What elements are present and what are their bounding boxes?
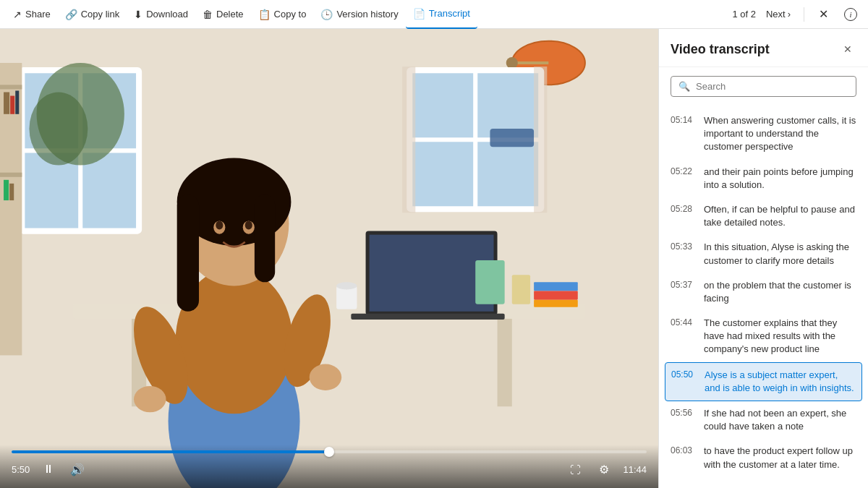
video-area[interactable]: 5:50 ⏸ 🔊 ⛶ ⚙ 11:44 [0,29,658,488]
copy-link-icon: 🔗 [65,9,77,20]
svg-rect-23 [370,235,494,312]
copy-to-label: Copy to [274,9,307,20]
svg-point-40 [336,282,357,289]
transcript-item[interactable]: 05:28Often, if can be helpful to pause a… [659,197,868,235]
svg-rect-24 [351,314,504,320]
svg-rect-50 [490,129,534,147]
svg-rect-6 [0,85,22,89]
fullscreen-button[interactable]: ⛶ [565,459,585,479]
transcript-item-time: 05:37 [671,279,697,305]
copy-to-button[interactable]: 📋 Copy to [251,0,314,29]
download-button[interactable]: ⬇ Download [127,0,195,29]
info-icon: i [844,8,857,21]
pause-icon: ⏸ [43,463,54,476]
close-icon: ✕ [819,7,828,21]
transcript-icon: 📄 [413,8,425,20]
pause-button[interactable]: ⏸ [38,459,59,479]
next-label: Next [766,9,786,20]
total-time: 11:44 [623,464,647,475]
video-controls: 5:50 ⏸ 🔊 ⛶ ⚙ 11:44 [0,445,658,488]
toolbar: ↗ Share 🔗 Copy link ⬇ Download 🗑 Delete … [0,0,868,29]
copy-link-label: Copy link [81,9,119,20]
transcript-close-icon: ✕ [843,43,852,55]
transcript-item[interactable]: 05:44The customer explains that they hav… [659,311,868,362]
transcript-item-time: 06:03 [671,445,697,471]
transcript-item-text: In this situation, Alyse is asking the c… [704,241,856,267]
transcript-search-bar[interactable]: 🔍 [671,76,856,97]
download-icon: ⬇ [134,9,142,20]
video-scene [0,29,658,488]
svg-point-14 [29,92,88,165]
transcript-item-text: and their pain points before jumping int… [704,166,856,192]
transcript-item-text: When answering customer calls, it is imp… [704,114,856,154]
transcript-close-button[interactable]: ✕ [839,40,856,58]
transcript-item[interactable]: 06:03to have the product expert follow u… [659,439,868,476]
svg-rect-43 [534,282,578,291]
settings-icon: ⚙ [599,463,609,476]
transcript-item[interactable]: 05:33In this situation, Alyse is asking … [659,235,868,273]
toolbar-right: 1 of 2 Next › ✕ i [732,3,862,26]
svg-rect-21 [498,319,512,406]
delete-icon: 🗑 [203,9,213,20]
svg-point-38 [310,364,341,390]
info-button[interactable]: i [839,3,862,26]
current-time: 5:50 [12,464,30,475]
svg-rect-29 [177,194,199,312]
svg-point-37 [134,386,166,412]
transcript-item[interactable]: 05:22and their pain points before jumpin… [659,160,868,197]
copy-link-button[interactable]: 🔗 Copy link [58,0,127,29]
transcript-item[interactable]: 05:37on the problem that the customer is… [659,273,868,311]
svg-rect-44 [534,291,578,299]
transcript-panel: Video transcript ✕ 🔍 05:14When answering… [658,29,868,488]
transcript-item-text: Often, if can be helpful to pause and ta… [704,203,856,229]
version-history-label: Version history [336,9,398,20]
svg-rect-30 [255,194,275,282]
share-label: Share [25,9,51,20]
svg-rect-45 [534,300,578,307]
pagination-text: 1 of 2 [732,9,756,20]
share-icon: ↗ [13,9,22,20]
chevron-right-icon: › [788,9,791,20]
transcript-item-time: 05:50 [671,369,697,395]
transcript-item-text: Alyse is a subject matter expert, and is… [705,369,856,395]
transcript-item-time: 05:14 [671,114,697,154]
transcript-item-time: 05:28 [671,203,697,229]
transcript-item[interactable]: 05:50Alyse is a subject matter expert, a… [665,362,862,401]
transcript-item[interactable]: 05:14When answering customer calls, it i… [659,108,868,160]
controls-row: 5:50 ⏸ 🔊 ⛶ ⚙ 11:44 [12,459,647,479]
progress-thumb[interactable] [324,447,334,457]
version-history-icon: 🕒 [320,9,333,20]
search-icon: 🔍 [678,81,690,92]
next-button[interactable]: Next › [760,6,796,22]
transcript-item-text: The customer explains that they have had… [704,317,856,356]
transcript-item-text: on the problem that the customer is faci… [704,279,856,305]
transcript-list: 05:14When answering customer calls, it i… [659,106,868,488]
svg-point-18 [506,57,518,69]
delete-label: Delete [216,9,244,20]
close-button[interactable]: ✕ [812,3,835,26]
svg-rect-42 [512,275,530,304]
transcript-item-time: 05:33 [671,241,697,267]
transcript-label: Transcript [429,8,470,19]
transcript-header: Video transcript ✕ [659,29,868,67]
copy-to-icon: 📋 [258,9,271,20]
search-input[interactable] [696,81,848,92]
svg-rect-9 [15,90,19,114]
transcript-item-time: 05:44 [671,317,697,356]
progress-bar[interactable] [12,450,647,453]
toolbar-divider [804,7,804,22]
transcript-item-time: 05:22 [671,166,697,192]
fullscreen-icon: ⛶ [570,463,581,476]
svg-rect-12 [9,184,14,200]
share-button[interactable]: ↗ Share [6,0,58,29]
svg-rect-11 [4,180,9,200]
transcript-item-text: to have the product expert follow up wit… [704,445,856,471]
delete-button[interactable]: 🗑 Delete [195,0,251,29]
download-label: Download [146,9,188,20]
settings-button[interactable]: ⚙ [594,459,614,479]
transcript-item[interactable]: 05:56If she had not been an expert, she … [659,401,868,439]
transcript-button[interactable]: 📄 Transcript [406,0,477,29]
volume-button[interactable]: 🔊 [67,459,88,479]
version-history-button[interactable]: 🕒 Version history [313,0,405,29]
progress-fill [12,450,329,453]
